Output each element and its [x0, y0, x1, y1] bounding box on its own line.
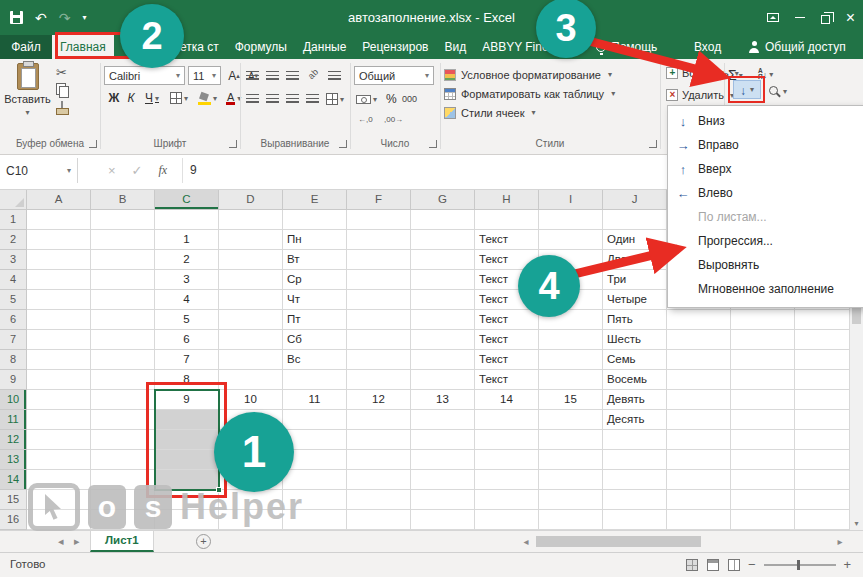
- cell-E8[interactable]: Вс: [283, 350, 347, 370]
- cell-C5[interactable]: 4: [155, 290, 219, 310]
- cell-G8[interactable]: [411, 350, 475, 370]
- cell-B1[interactable]: [91, 210, 155, 230]
- cell-F10[interactable]: 12: [347, 390, 411, 410]
- comma-style-button[interactable]: 000: [402, 90, 417, 108]
- tab-5[interactable]: Вид: [436, 35, 474, 59]
- row-header-9[interactable]: 9: [0, 370, 27, 390]
- number-dialog-launcher-icon[interactable]: [429, 140, 437, 148]
- cell-B5[interactable]: [91, 290, 155, 310]
- cell-H2[interactable]: Текст: [475, 230, 539, 250]
- cell-A8[interactable]: [27, 350, 91, 370]
- cell-C8[interactable]: 7: [155, 350, 219, 370]
- cell-A1[interactable]: [27, 210, 91, 230]
- decrease-indent-icon[interactable]: [306, 90, 319, 108]
- cell-I9[interactable]: [539, 370, 603, 390]
- cell-B3[interactable]: [91, 250, 155, 270]
- cell-A4[interactable]: [27, 270, 91, 290]
- cell-L10[interactable]: [731, 390, 795, 410]
- cell-C7[interactable]: 6: [155, 330, 219, 350]
- close-icon[interactable]: ×: [846, 10, 855, 26]
- cell-E10[interactable]: 11: [283, 390, 347, 410]
- normal-view-icon[interactable]: [686, 559, 698, 571]
- cell-D4[interactable]: [219, 270, 283, 290]
- cell-A6[interactable]: [27, 310, 91, 330]
- cell-G15[interactable]: [411, 490, 475, 510]
- cell-L7[interactable]: [731, 330, 795, 350]
- row-header-16[interactable]: 16: [0, 510, 27, 530]
- fill-color-button[interactable]: [198, 89, 217, 107]
- cell-F5[interactable]: [347, 290, 411, 310]
- cell-L8[interactable]: [731, 350, 795, 370]
- cell-K6[interactable]: [667, 310, 731, 330]
- cell-F2[interactable]: [347, 230, 411, 250]
- col-header-H[interactable]: H: [475, 190, 539, 210]
- menu-item-1[interactable]: ↓Вниз: [668, 109, 863, 133]
- cell-F11[interactable]: [347, 410, 411, 430]
- cell-G13[interactable]: [411, 450, 475, 470]
- cell-D10[interactable]: 10: [219, 390, 283, 410]
- cell-E6[interactable]: Пт: [283, 310, 347, 330]
- cell-L14[interactable]: [731, 470, 795, 490]
- cell-A12[interactable]: [27, 430, 91, 450]
- col-header-G[interactable]: G: [411, 190, 475, 210]
- cell-F9[interactable]: [347, 370, 411, 390]
- cell-K14[interactable]: [667, 470, 731, 490]
- cell-A7[interactable]: [27, 330, 91, 350]
- tab-4[interactable]: Рецензиров: [354, 35, 436, 59]
- cell-F16[interactable]: [347, 510, 411, 530]
- cell-A11[interactable]: [27, 410, 91, 430]
- cell-H6[interactable]: Текст: [475, 310, 539, 330]
- tab-2[interactable]: Формулы: [227, 35, 295, 59]
- cell-J3[interactable]: Два: [603, 250, 667, 270]
- cell-C1[interactable]: [155, 210, 219, 230]
- menu-item-7[interactable]: Выровнять: [668, 253, 863, 277]
- cell-K12[interactable]: [667, 430, 731, 450]
- cell-G6[interactable]: [411, 310, 475, 330]
- cell-E11[interactable]: [283, 410, 347, 430]
- sign-in-button[interactable]: Вход: [694, 35, 721, 59]
- paste-button[interactable]: Вставить ▾: [4, 63, 51, 137]
- cell-I16[interactable]: [539, 510, 603, 530]
- decrease-decimal-icon[interactable]: ,00→: [384, 110, 403, 128]
- cell-H9[interactable]: Текст: [475, 370, 539, 390]
- cell-G12[interactable]: [411, 430, 475, 450]
- insert-function-icon[interactable]: fx: [159, 163, 168, 178]
- cell-L11[interactable]: [731, 410, 795, 430]
- cell-L9[interactable]: [731, 370, 795, 390]
- cell-E9[interactable]: [283, 370, 347, 390]
- cell-H14[interactable]: [475, 470, 539, 490]
- cell-C2[interactable]: 1: [155, 230, 219, 250]
- cell-F14[interactable]: [347, 470, 411, 490]
- cell-A5[interactable]: [27, 290, 91, 310]
- col-header-F[interactable]: F: [347, 190, 411, 210]
- name-box[interactable]: C10 ▾: [0, 158, 78, 183]
- font-name-combo[interactable]: Calibri▾: [104, 66, 185, 85]
- cell-H11[interactable]: [475, 410, 539, 430]
- cell-D7[interactable]: [219, 330, 283, 350]
- cell-F8[interactable]: [347, 350, 411, 370]
- cell-C6[interactable]: 5: [155, 310, 219, 330]
- cell-K9[interactable]: [667, 370, 731, 390]
- font-size-combo[interactable]: 11▾: [188, 66, 221, 85]
- hscroll-right-icon[interactable]: ▸: [834, 535, 846, 548]
- page-break-view-icon[interactable]: [728, 559, 740, 571]
- cell-E4[interactable]: Ср: [283, 270, 347, 290]
- sheet-nav-right-icon[interactable]: ▸: [74, 531, 80, 553]
- cell-A9[interactable]: [27, 370, 91, 390]
- save-icon[interactable]: [10, 11, 23, 24]
- cell-G9[interactable]: [411, 370, 475, 390]
- cell-K11[interactable]: [667, 410, 731, 430]
- tab-3[interactable]: Данные: [295, 35, 354, 59]
- cell-D3[interactable]: [219, 250, 283, 270]
- align-center-icon[interactable]: [266, 90, 279, 108]
- page-layout-view-icon[interactable]: [707, 559, 719, 571]
- row-header-11[interactable]: 11: [0, 410, 27, 430]
- cell-J15[interactable]: [603, 490, 667, 510]
- cell-J12[interactable]: [603, 430, 667, 450]
- cell-H16[interactable]: [475, 510, 539, 530]
- cell-J7[interactable]: Шесть: [603, 330, 667, 350]
- cell-H13[interactable]: [475, 450, 539, 470]
- cell-G16[interactable]: [411, 510, 475, 530]
- cell-H12[interactable]: [475, 430, 539, 450]
- cell-D5[interactable]: [219, 290, 283, 310]
